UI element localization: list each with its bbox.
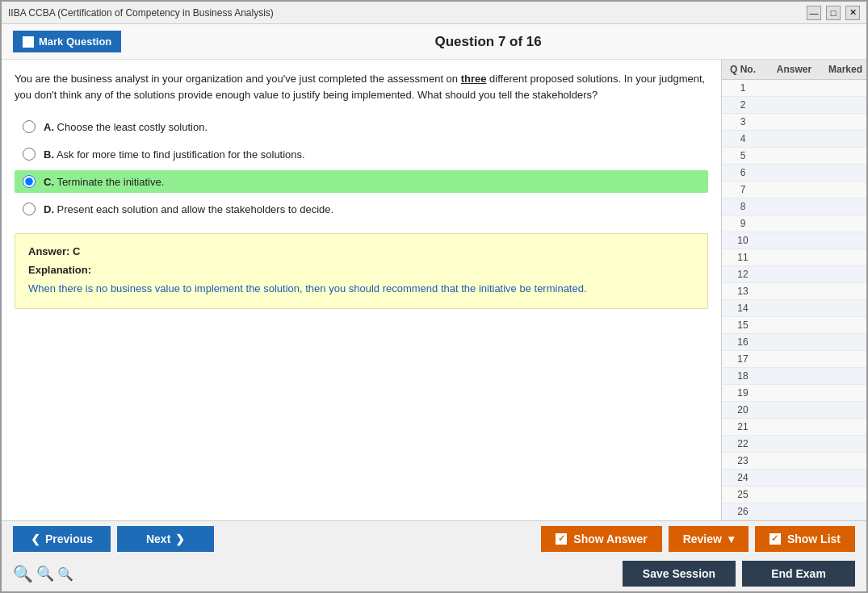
row-qno: 17 (722, 351, 764, 367)
row-marked (824, 266, 866, 282)
minimize-button[interactable]: — (807, 6, 821, 20)
title-bar-controls: — □ ✕ (807, 6, 860, 20)
row-answer (764, 131, 824, 147)
sidebar-row[interactable]: 21 (722, 419, 866, 436)
sidebar-row[interactable]: 20 (722, 402, 866, 419)
show-list-label: Show List (787, 532, 841, 545)
sidebar-row[interactable]: 2 (722, 97, 866, 114)
restore-button[interactable]: □ (826, 6, 841, 20)
sidebar-row[interactable]: 26 (722, 503, 866, 520)
next-button[interactable]: Next ❯ (117, 526, 214, 552)
sidebar-row[interactable]: 17 (722, 351, 866, 368)
row-marked (824, 249, 866, 265)
sidebar-row[interactable]: 10 (722, 232, 866, 249)
row-qno: 26 (722, 503, 764, 520)
explanation-label: Explanation: (28, 264, 694, 276)
row-qno: 19 (722, 385, 764, 401)
row-answer (764, 97, 824, 113)
sidebar-row[interactable]: 8 (722, 198, 866, 215)
previous-button[interactable]: ❮ Previous (13, 526, 111, 552)
sidebar-col-answer: Answer (764, 60, 824, 79)
row-answer (764, 182, 824, 198)
close-button[interactable]: ✕ (845, 6, 860, 20)
save-session-button[interactable]: Save Session (623, 561, 736, 587)
sidebar-row[interactable]: 24 (722, 470, 866, 487)
zoom-out-button[interactable]: 🔍 (57, 566, 73, 582)
toolbar: Mark Question Question 7 of 16 (2, 24, 866, 60)
row-answer (764, 300, 824, 316)
row-marked (824, 165, 866, 181)
sidebar: Q No. Answer Marked 1 2 3 4 5 6 (721, 60, 866, 520)
sidebar-row[interactable]: 6 (722, 165, 866, 182)
zoom-in-button[interactable]: 🔍 (13, 564, 33, 583)
option-b[interactable]: B. Ask for more time to find justificati… (15, 143, 708, 165)
sidebar-row[interactable]: 3 (722, 114, 866, 131)
option-b-radio[interactable] (23, 148, 36, 161)
sidebar-row[interactable]: 25 (722, 487, 866, 503)
row-answer (764, 487, 824, 503)
window-title: IIBA CCBA (Certification of Competency i… (8, 7, 274, 19)
row-qno: 9 (722, 215, 764, 232)
row-qno: 20 (722, 402, 764, 418)
sidebar-row[interactable]: 5 (722, 148, 866, 165)
sidebar-row[interactable]: 19 (722, 385, 866, 402)
row-marked (824, 300, 866, 316)
sidebar-list[interactable]: 1 2 3 4 5 6 7 8 (722, 80, 866, 520)
row-marked (824, 385, 866, 401)
row-marked (824, 503, 866, 520)
option-a[interactable]: A. Choose the least costly solution. (15, 115, 708, 138)
option-c[interactable]: C. Terminate the initiative. (15, 170, 708, 193)
row-marked (824, 436, 866, 452)
row-answer (764, 114, 824, 130)
row-marked (824, 232, 866, 248)
bottom-buttons-row2: 🔍 🔍 🔍 Save Session End Exam (2, 557, 866, 592)
row-answer (764, 334, 824, 350)
sidebar-row[interactable]: 14 (722, 300, 866, 317)
sidebar-row[interactable]: 12 (722, 266, 866, 283)
sidebar-row[interactable]: 7 (722, 182, 866, 198)
sidebar-row[interactable]: 15 (722, 317, 866, 334)
zoom-normal-button[interactable]: 🔍 (36, 565, 54, 583)
option-c-text: C. Terminate the initiative. (44, 176, 164, 188)
row-answer (764, 283, 824, 299)
option-d[interactable]: D. Present each solution and allow the s… (15, 198, 708, 220)
options-list: A. Choose the least costly solution. B. … (15, 115, 708, 220)
review-button[interactable]: Review ▾ (669, 526, 748, 552)
option-a-radio[interactable] (23, 120, 36, 133)
row-qno: 13 (722, 283, 764, 299)
end-exam-button[interactable]: End Exam (742, 561, 855, 587)
sidebar-row[interactable]: 9 (722, 215, 866, 232)
sidebar-row[interactable]: 23 (722, 453, 866, 470)
sidebar-row[interactable]: 22 (722, 436, 866, 453)
row-marked (824, 215, 866, 232)
sidebar-row[interactable]: 4 (722, 131, 866, 148)
option-c-radio[interactable] (23, 175, 36, 188)
next-arrow-icon: ❯ (175, 532, 185, 545)
question-text: You are the business analyst in your org… (15, 71, 708, 102)
main-window: IIBA CCBA (Certification of Competency i… (0, 0, 868, 593)
row-marked (824, 419, 866, 435)
option-d-radio[interactable] (23, 203, 36, 215)
option-a-text: A. Choose the least costly solution. (44, 121, 208, 133)
save-session-label: Save Session (643, 567, 715, 580)
sidebar-row[interactable]: 16 (722, 334, 866, 351)
show-answer-checkbox-icon (556, 533, 567, 545)
mark-question-button[interactable]: Mark Question (13, 31, 121, 52)
sidebar-row[interactable]: 11 (722, 249, 866, 266)
prev-arrow-icon: ❮ (31, 532, 40, 545)
row-answer (764, 368, 824, 384)
row-marked (824, 317, 866, 333)
sidebar-row[interactable]: 18 (722, 368, 866, 385)
show-list-button[interactable]: Show List (755, 526, 855, 552)
row-answer (764, 402, 824, 418)
sidebar-row[interactable]: 1 (722, 80, 866, 97)
end-exam-label: End Exam (771, 567, 826, 580)
sidebar-row[interactable]: 13 (722, 283, 866, 300)
row-marked (824, 487, 866, 503)
row-marked (824, 198, 866, 215)
row-marked (824, 148, 866, 164)
show-answer-button[interactable]: Show Answer (541, 526, 661, 552)
row-qno: 10 (722, 232, 764, 248)
row-answer (764, 148, 824, 164)
review-label: Review (683, 532, 722, 545)
